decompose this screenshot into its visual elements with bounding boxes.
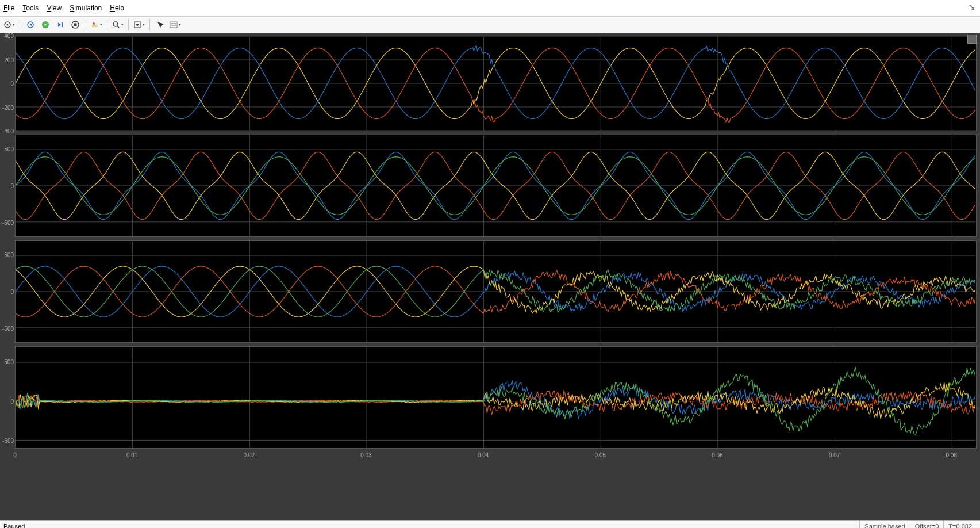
menu-view[interactable]: View	[47, 4, 62, 12]
status-offset: Offset=0	[910, 521, 944, 528]
y-tick: 400	[4, 33, 14, 39]
y-tick: 200	[4, 56, 14, 63]
separator	[149, 19, 150, 30]
stop-button[interactable]	[68, 18, 82, 32]
x-tick: 0.01	[126, 452, 137, 458]
scope-axes-1[interactable]: -400-2000200400	[15, 36, 977, 131]
svg-rect-6	[74, 24, 77, 26]
svg-rect-7	[92, 25, 98, 27]
svg-rect-4	[62, 22, 63, 27]
cursor-measure-button[interactable]	[153, 18, 167, 32]
x-tick: 0.06	[712, 452, 722, 458]
toggle-legend-button[interactable]	[168, 18, 182, 32]
fit-to-view-button[interactable]	[132, 18, 146, 32]
settings-button[interactable]	[2, 18, 16, 32]
y-tick: 0	[10, 183, 14, 189]
y-tick: 500	[4, 252, 14, 258]
separator	[86, 19, 86, 30]
svg-line-10	[117, 26, 119, 28]
y-tick: -200	[2, 104, 14, 110]
run-button[interactable]	[39, 18, 52, 32]
step-forward-button[interactable]	[53, 18, 67, 32]
scope-axes-3[interactable]: -5000500	[15, 240, 977, 343]
x-tick: 0.07	[829, 452, 840, 458]
y-tick: 0	[10, 398, 14, 404]
scope-axes-2[interactable]: -5000500	[15, 135, 977, 237]
x-tick: 0	[13, 452, 17, 458]
y-tick: -500	[2, 219, 14, 225]
scope-axes-4[interactable]: -5000500	[15, 346, 977, 449]
x-tick: 0.04	[478, 452, 489, 458]
status-time: T=0.082	[943, 521, 977, 528]
maximize-axes-icon[interactable]	[967, 35, 977, 44]
menu-bar: File Tools View Simulation Help ↘	[0, 0, 980, 17]
menu-tools[interactable]: Tools	[22, 4, 39, 12]
status-sample-mode: Sample based	[859, 521, 909, 528]
x-axis: 00.010.020.030.040.050.060.070.08	[15, 452, 977, 461]
y-tick: 500	[4, 146, 14, 152]
y-tick: -500	[2, 325, 14, 331]
dock-icon[interactable]: ↘	[969, 2, 975, 12]
status-left: Paused	[3, 523, 25, 528]
y-tick: 0	[10, 289, 14, 295]
menu-help[interactable]: Help	[110, 4, 124, 12]
status-bar: Paused Sample based Offset=0 T=0.082	[0, 520, 980, 528]
menu-file[interactable]: File	[3, 4, 14, 12]
svg-point-1	[7, 24, 9, 26]
y-tick: 0	[10, 81, 14, 87]
scope-plot-area: -400-2000200400-5000500-5000500-5000500 …	[0, 33, 980, 520]
svg-point-8	[93, 22, 95, 25]
x-tick: 0.08	[946, 452, 957, 458]
separator	[20, 19, 20, 30]
print-button[interactable]	[24, 18, 37, 32]
highlight-button[interactable]	[90, 18, 103, 32]
x-tick: 0.05	[595, 452, 606, 458]
x-tick: 0.03	[360, 452, 371, 458]
separator	[107, 19, 107, 30]
separator	[128, 19, 129, 30]
svg-point-9	[113, 22, 118, 26]
x-tick: 0.02	[244, 452, 255, 458]
svg-rect-12	[170, 22, 177, 28]
y-tick: -400	[2, 128, 14, 135]
toolbar	[0, 17, 980, 33]
zoom-button[interactable]	[111, 18, 125, 32]
y-tick: -500	[2, 438, 14, 444]
menu-simulation[interactable]: Simulation	[70, 4, 102, 12]
y-tick: 500	[4, 359, 14, 365]
